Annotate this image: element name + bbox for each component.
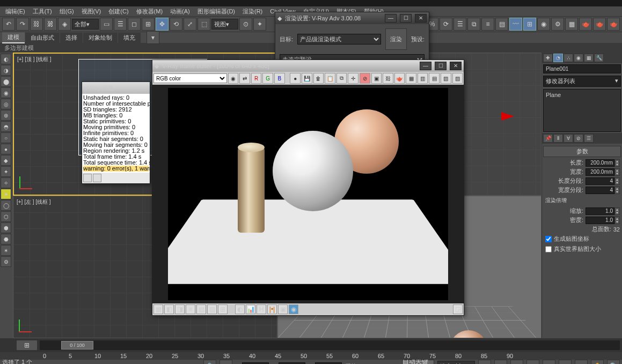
undo-button[interactable]: ↶	[2, 18, 15, 31]
lt-8[interactable]: ○	[1, 132, 11, 143]
menu-animation[interactable]: 动画(A)	[167, 8, 193, 16]
window-cross-button[interactable]: ⊞	[142, 18, 155, 31]
time-thumb[interactable]: 0 / 100	[61, 341, 93, 350]
realworld-checkbox[interactable]: 真实世界贴图大小	[542, 244, 622, 254]
nav-4-icon[interactable]: 🔍	[607, 360, 620, 364]
vray-frame-buffer-window[interactable]: ◆ V-Ray frame buffer - [100% of 640 x 48…	[152, 60, 464, 316]
menu-render[interactable]: 渲染(R)	[239, 8, 266, 16]
select-name-button[interactable]: ☰	[114, 18, 127, 31]
nav-2-icon[interactable]: ⊞	[575, 360, 588, 364]
lock-icon[interactable]: 🔒	[203, 360, 216, 364]
vraymsg-titlebar[interactable]: V-Ray 消息	[82, 82, 150, 94]
vfbb-9[interactable]: 📊	[246, 304, 255, 314]
widseg-spinner[interactable]: ▲▼	[586, 187, 620, 194]
density-spinner[interactable]: ▲▼	[586, 217, 620, 224]
save-icon[interactable]: 💾	[302, 73, 312, 84]
gen-uv-checkbox[interactable]: 生成贴图坐标	[542, 234, 622, 244]
vfb-a-icon[interactable]: ▦	[406, 73, 416, 84]
menu-group[interactable]: 组(G)	[56, 8, 77, 16]
stop-render-icon[interactable]: ⊘	[360, 73, 370, 84]
rotate-button[interactable]: ⟲	[170, 18, 182, 31]
unlink-button[interactable]: ⛓̸	[44, 18, 57, 31]
vfbb-corner[interactable]: ◲	[453, 304, 463, 314]
vfb-e-icon[interactable]: ▨	[452, 73, 463, 84]
lt-1[interactable]: ◐	[1, 54, 11, 64]
render-setup-button[interactable]: ⚙	[551, 18, 564, 31]
scale-button[interactable]: ⤢	[184, 18, 196, 31]
move-button[interactable]: ✥	[156, 18, 169, 31]
lt-18[interactable]: ✶	[1, 245, 11, 256]
spinner-snap[interactable]: ⟳	[440, 18, 452, 31]
config-icon[interactable]: ☰	[584, 134, 594, 143]
menu-tools[interactable]: 工具(T)	[30, 8, 55, 16]
render-frame-button[interactable]: ▦	[565, 18, 578, 31]
prev-frame-icon[interactable]: ◀	[494, 360, 507, 364]
goto-end-icon[interactable]: ⏭	[543, 360, 555, 364]
vfbb-3[interactable]: ◨	[175, 304, 185, 314]
vraymsg-btn1[interactable]	[83, 174, 92, 182]
lt-12[interactable]: ✧	[1, 177, 11, 188]
vfbb-12[interactable]: ▣	[278, 304, 288, 314]
tab-selection[interactable]: 选择	[60, 33, 83, 43]
red-channel-button[interactable]: R	[251, 73, 262, 84]
close-button[interactable]: ✕	[450, 62, 462, 70]
vfbb-5[interactable]: ▤	[196, 304, 206, 314]
tab-objpaint[interactable]: 对象绘制	[83, 33, 118, 43]
vfbb-7[interactable]: ⊞	[218, 304, 228, 314]
render-iter-button[interactable]: 🫖	[607, 18, 620, 31]
lt-2[interactable]: ◑	[1, 65, 11, 76]
menu-edit[interactable]: 编辑(E)	[2, 8, 28, 16]
lt-10[interactable]: ◆	[1, 155, 11, 166]
vfbb-2[interactable]: ◧	[164, 304, 174, 314]
menu-create[interactable]: 创建(C)	[105, 8, 131, 16]
params-header[interactable]: 参数	[543, 146, 621, 157]
vfbb-6[interactable]: ▥	[207, 304, 217, 314]
maximize-button[interactable]: ☐	[435, 62, 447, 70]
rect-select-button[interactable]: ◻	[128, 18, 141, 31]
ribbon-toggle-icon[interactable]: ▾	[147, 31, 159, 44]
scale-spinner[interactable]: ▲▼	[586, 207, 620, 215]
lt-9[interactable]: ●	[1, 144, 11, 154]
vfb-c-icon[interactable]: ▤	[429, 73, 440, 84]
lt-13[interactable]: ☀	[1, 189, 11, 199]
next-frame-icon[interactable]: ▶	[526, 360, 539, 364]
placement-button[interactable]: ⬚	[197, 18, 210, 31]
manip-button[interactable]: ✦	[253, 18, 266, 31]
trackmouse-icon[interactable]: ✛	[348, 73, 358, 84]
region-icon[interactable]: ▣	[371, 73, 382, 84]
width-spinner[interactable]: ▲▼	[586, 168, 620, 176]
dup-icon[interactable]: ⧉	[336, 73, 347, 84]
swap-icon[interactable]: ⇄	[239, 73, 250, 84]
tab-populate[interactable]: 填充	[118, 33, 141, 43]
vfbb-11[interactable]: |•|	[267, 304, 277, 314]
mono-icon[interactable]: ●	[290, 73, 301, 84]
render-setup-titlebar[interactable]: ◆ 渲染设置: V-Ray Adv 3.00.08 — ☐ ✕	[275, 12, 429, 24]
create-tab-icon[interactable]: ✚	[543, 54, 553, 62]
modifier-list-combo[interactable]: 修改器列表▾	[543, 76, 621, 87]
render-last-icon[interactable]: 🫖	[394, 73, 405, 84]
ref-coord-combo[interactable]: 视图 ▾	[211, 19, 238, 29]
align-button[interactable]: ≡	[481, 18, 494, 31]
timeconfig-button[interactable]: ⊞	[16, 340, 38, 351]
vfb-d-icon[interactable]: ▧	[441, 73, 451, 84]
vraymsg-btn2[interactable]	[93, 174, 101, 182]
utilities-tab-icon[interactable]: 🔧	[594, 54, 604, 62]
vfbb-4[interactable]: ≡	[186, 304, 195, 314]
keymode-combo[interactable]: 选定对象	[437, 361, 475, 364]
lt-5[interactable]: ◎	[1, 99, 11, 109]
tab-modeling[interactable]: 建模	[2, 32, 25, 43]
green-channel-button[interactable]: G	[262, 73, 273, 84]
tab-freeform[interactable]: 自由形式	[25, 33, 60, 43]
lt-11[interactable]: ✦	[1, 166, 11, 177]
nav-1-icon[interactable]: ⊕	[559, 360, 572, 364]
copy-icon[interactable]: 📋	[325, 73, 335, 84]
vfbb-8[interactable]: ◐	[235, 304, 245, 314]
object-name-field[interactable]	[543, 64, 621, 73]
show-end-icon[interactable]: Ⅱ	[553, 134, 563, 143]
pin-stack-icon[interactable]: 📌	[543, 134, 553, 143]
lt-6[interactable]: ⊛	[1, 110, 11, 121]
pivot-button[interactable]: ⊙	[239, 18, 252, 31]
render-prod-button[interactable]: 🫖	[593, 18, 606, 31]
nav-3-icon[interactable]: ✋	[591, 360, 604, 364]
modifier-stack[interactable]: Plane	[543, 89, 621, 132]
